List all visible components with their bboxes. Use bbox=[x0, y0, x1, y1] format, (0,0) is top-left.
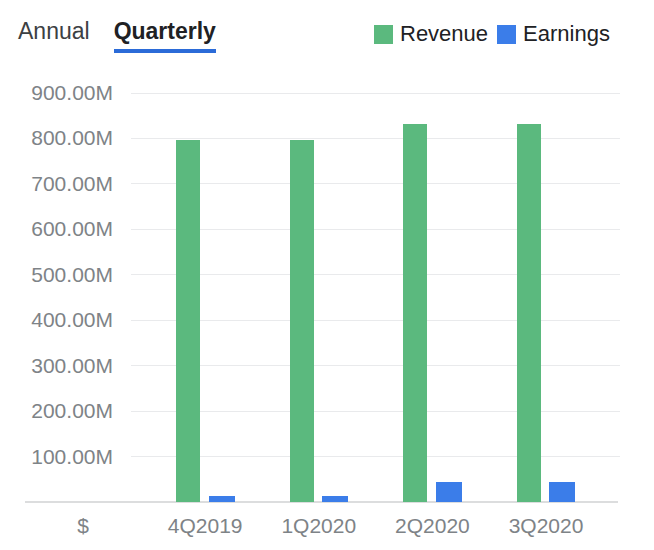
earnings-bar[interactable] bbox=[549, 482, 575, 502]
gridline bbox=[131, 365, 620, 366]
bar-chart: $ 900.00M800.00M700.00M600.00M500.00M400… bbox=[0, 0, 654, 550]
y-axis-tick-label: 100.00M bbox=[0, 445, 113, 469]
gridline bbox=[131, 320, 620, 321]
y-axis-tick-label: 800.00M bbox=[0, 126, 113, 150]
currency-axis-label: $ bbox=[33, 514, 133, 538]
x-axis-tick-label: 4Q2019 bbox=[145, 514, 265, 538]
gridline bbox=[131, 183, 620, 184]
revenue-bar[interactable] bbox=[176, 140, 200, 502]
revenue-bar[interactable] bbox=[403, 124, 427, 502]
y-axis-tick-label: 400.00M bbox=[0, 308, 113, 332]
revenue-bar[interactable] bbox=[517, 124, 541, 502]
y-axis-tick-label: 300.00M bbox=[0, 354, 113, 378]
y-axis-tick-label: 700.00M bbox=[0, 172, 113, 196]
y-axis-tick-label: 500.00M bbox=[0, 263, 113, 287]
gridline bbox=[131, 456, 620, 457]
earnings-bar[interactable] bbox=[209, 496, 235, 502]
x-axis-tick-label: 3Q2020 bbox=[486, 514, 606, 538]
y-axis-tick-label: 200.00M bbox=[0, 399, 113, 423]
earnings-bar[interactable] bbox=[322, 496, 348, 502]
gridline bbox=[131, 93, 620, 94]
gridline bbox=[131, 274, 620, 275]
gridline bbox=[131, 138, 620, 139]
earnings-bar[interactable] bbox=[436, 482, 462, 502]
y-axis-tick-label: 600.00M bbox=[0, 217, 113, 241]
gridline bbox=[131, 229, 620, 230]
gridline bbox=[131, 411, 620, 412]
x-axis-tick-label: 1Q2020 bbox=[259, 514, 379, 538]
x-axis-tick-label: 2Q2020 bbox=[372, 514, 492, 538]
finance-chart-widget: Annual Quarterly Revenue Earnings $ 900.… bbox=[0, 0, 654, 550]
revenue-bar[interactable] bbox=[290, 140, 314, 502]
y-axis-tick-label: 900.00M bbox=[0, 81, 113, 105]
